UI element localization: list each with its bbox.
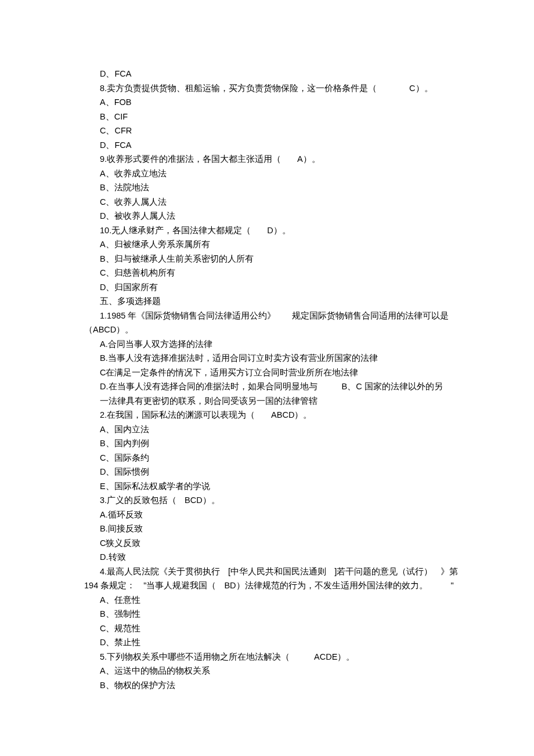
text-segment: 1.1985 年《国际货物销售合同法律适用公约》 bbox=[100, 311, 276, 320]
text-segment: 2.在我国，国际私法的渊源可以表现为（ bbox=[100, 410, 255, 419]
text-segment: A、归被继承人旁系亲属所有 bbox=[100, 240, 210, 249]
text-line: D、FCA bbox=[0, 138, 534, 153]
text-segment: A.循环反致 bbox=[100, 510, 143, 519]
text-segment: BD）法律规范的行为，不发生适用外国法律的效力。 bbox=[224, 581, 427, 590]
text-segment: [中华人民共和国民法通则 bbox=[228, 567, 326, 576]
text-line: A、FOB bbox=[0, 95, 534, 110]
text-segment: ]若干问题的意见（试行） bbox=[334, 567, 432, 576]
text-line: D、FCA bbox=[0, 67, 534, 81]
text-segment: A、国内立法 bbox=[100, 425, 149, 434]
text-segment: D）。 bbox=[267, 226, 290, 235]
text-segment: A、运送中的物品的物权关系 bbox=[100, 666, 210, 675]
text-segment: D、FCA bbox=[100, 69, 131, 78]
text-line: E、国际私法权威学者的学说 bbox=[0, 479, 534, 494]
text-segment: A、收养成立地法 bbox=[100, 169, 167, 178]
text-segment: 5.下列物权关系中哪些不适用物之所在地法解决（ bbox=[100, 652, 290, 661]
text-segment: B、C 国家的法律以外的另 bbox=[342, 382, 443, 391]
text-line: 8.卖方负责提供货物、租船运输，买方负责货物保险，这一价格条件是（C）。 bbox=[0, 81, 534, 96]
text-segment: "当事人规避我国（ bbox=[143, 581, 216, 590]
text-segment: B、强制性 bbox=[100, 609, 140, 618]
text-line: B、强制性 bbox=[0, 607, 534, 621]
text-segment: C、归慈善机构所有 bbox=[100, 268, 175, 277]
text-line: B、物权的保护方法 bbox=[0, 678, 534, 693]
text-segment: 一法律具有更密切的联系，则合同受该另一国的法律管辖 bbox=[100, 396, 317, 406]
text-segment: B.间接反致 bbox=[100, 524, 143, 533]
text-segment: 》第 bbox=[441, 567, 458, 576]
text-line: C、规范性 bbox=[0, 621, 534, 636]
text-segment: B、物权的保护方法 bbox=[100, 681, 175, 690]
text-segment: 五、多项选择题 bbox=[100, 296, 161, 306]
text-line: 一法律具有更密切的联系，则合同受该另一国的法律管辖 bbox=[0, 394, 534, 408]
text-segment: B、国内判例 bbox=[100, 439, 149, 448]
text-line: 10.无人继承财产，各国法律大都规定（D）。 bbox=[0, 223, 534, 238]
text-line: 1.1985 年《国际货物销售合同法律适用公约》规定国际货物销售合同适用的法律可… bbox=[0, 309, 534, 323]
text-segment: C、国际条约 bbox=[100, 453, 149, 462]
text-line: C、收养人属人法 bbox=[0, 195, 534, 209]
text-line: A.循环反致 bbox=[0, 508, 534, 522]
text-segment: D、禁止性 bbox=[100, 638, 140, 647]
text-segment: E、国际私法权威学者的学说 bbox=[100, 482, 210, 491]
text-line: C、CFR bbox=[0, 124, 534, 138]
text-segment: D.在当事人没有选择合同的准据法时，如果合同明显地与 bbox=[100, 382, 317, 391]
text-line: 9.收养形式要件的准据法，各国大都主张适用（A）。 bbox=[0, 152, 534, 167]
text-line: D.转致 bbox=[0, 550, 534, 565]
text-segment: C、规范性 bbox=[100, 624, 140, 633]
text-segment: C）。 bbox=[409, 84, 432, 93]
text-segment: 规定国际货物销售合同适用的法律可以是 bbox=[292, 311, 449, 320]
text-line: D、归国家所有 bbox=[0, 280, 534, 295]
text-line: A、运送中的物品的物权关系 bbox=[0, 664, 534, 678]
text-line: C狭义反致 bbox=[0, 536, 534, 551]
text-line: （ABCD）。 bbox=[0, 323, 534, 337]
text-line: 3.广义的反致包括（BCD）。 bbox=[0, 493, 534, 508]
text-line: B.间接反致 bbox=[0, 522, 534, 536]
text-line: A、归被继承人旁系亲属所有 bbox=[0, 237, 534, 252]
text-line: C、国际条约 bbox=[0, 451, 534, 465]
text-line: B.当事人没有选择准据法时，适用合同订立时卖方设有营业所国家的法律 bbox=[0, 351, 534, 366]
text-segment: A、FOB bbox=[100, 97, 131, 107]
text-segment: D、国际惯例 bbox=[100, 467, 149, 476]
text-segment: B、法院地法 bbox=[100, 183, 149, 192]
text-line: D、禁止性 bbox=[0, 635, 534, 650]
text-segment: 4.最高人民法院《关于贯彻执行 bbox=[100, 567, 220, 576]
text-segment: ACDE）。 bbox=[314, 652, 355, 661]
text-line: D、被收养人属人法 bbox=[0, 209, 534, 223]
text-segment: C在满足一定条件的情况下，适用买方订立合同时营业所所在地法律 bbox=[100, 368, 358, 377]
text-segment: " bbox=[451, 581, 454, 590]
text-line: B、归与被继承人生前关系密切的人所有 bbox=[0, 252, 534, 266]
text-segment: ABCD）。 bbox=[271, 410, 312, 419]
document-page: D、FCA8.卖方负责提供货物、租船运输，买方负责货物保险，这一价格条件是（C）… bbox=[0, 0, 534, 756]
text-line: D、国际惯例 bbox=[0, 465, 534, 479]
text-line: A、收养成立地法 bbox=[0, 167, 534, 181]
text-segment: A、任意性 bbox=[100, 595, 140, 605]
text-line: C、归慈善机构所有 bbox=[0, 266, 534, 280]
text-segment: 8.卖方负责提供货物、租船运输，买方负责货物保险，这一价格条件是（ bbox=[100, 84, 377, 93]
text-segment: B、归与被继承人生前关系密切的人所有 bbox=[100, 254, 254, 263]
text-segment: D.转致 bbox=[100, 552, 126, 562]
text-segment: A）。 bbox=[297, 154, 320, 164]
text-line: A、任意性 bbox=[0, 593, 534, 607]
text-line: 五、多项选择题 bbox=[0, 294, 534, 309]
text-segment: 9.收养形式要件的准据法，各国大都主张适用（ bbox=[100, 154, 281, 164]
text-segment: D、FCA bbox=[100, 140, 131, 150]
text-line: 2.在我国，国际私法的渊源可以表现为（ABCD）。 bbox=[0, 408, 534, 422]
text-segment: （ABCD）。 bbox=[84, 325, 134, 334]
text-line: D.在当事人没有选择合同的准据法时，如果合同明显地与B、C 国家的法律以外的另 bbox=[0, 379, 534, 394]
text-line: A.合同当事人双方选择的法律 bbox=[0, 337, 534, 352]
text-segment: C、CFR bbox=[100, 126, 132, 135]
text-line: 4.最高人民法院《关于贯彻执行[中华人民共和国民法通则]若干问题的意见（试行）》… bbox=[0, 565, 534, 579]
text-line: A、国内立法 bbox=[0, 422, 534, 437]
text-line: 5.下列物权关系中哪些不适用物之所在地法解决（ACDE）。 bbox=[0, 650, 534, 664]
text-segment: C、收养人属人法 bbox=[100, 197, 167, 207]
text-segment: C狭义反致 bbox=[100, 538, 140, 548]
text-line: B、CIF bbox=[0, 110, 534, 124]
text-line: B、国内判例 bbox=[0, 436, 534, 451]
text-segment: A.合同当事人双方选择的法律 bbox=[100, 339, 212, 349]
text-segment: 10.无人继承财产，各国法律大都规定（ bbox=[100, 226, 251, 235]
text-line: C在满足一定条件的情况下，适用买方订立合同时营业所所在地法律 bbox=[0, 366, 534, 380]
text-line: 194 条规定："当事人规避我国（BD）法律规范的行为，不发生适用外国法律的效力… bbox=[0, 578, 534, 593]
text-segment: BCD）。 bbox=[185, 495, 220, 505]
text-segment: D、归国家所有 bbox=[100, 283, 158, 292]
text-segment: 194 条规定： bbox=[84, 581, 135, 590]
text-line: B、法院地法 bbox=[0, 180, 534, 195]
text-segment: 3.广义的反致包括（ bbox=[100, 495, 176, 505]
